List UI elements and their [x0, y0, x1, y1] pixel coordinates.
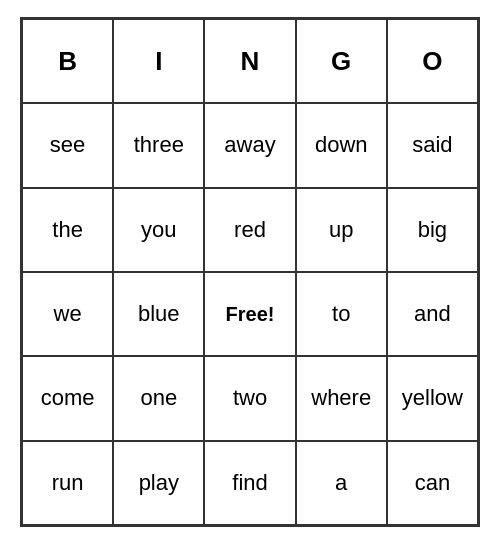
bingo-cell-4-3[interactable]: a — [296, 441, 387, 525]
bingo-cell-1-2[interactable]: red — [204, 188, 295, 272]
bingo-cell-3-1[interactable]: one — [113, 356, 204, 440]
bingo-cell-1-4[interactable]: big — [387, 188, 478, 272]
bingo-row-1: theyouredupbig — [22, 188, 478, 272]
bingo-cell-1-3[interactable]: up — [296, 188, 387, 272]
bingo-cell-2-1[interactable]: blue — [113, 272, 204, 356]
bingo-cell-1-0[interactable]: the — [22, 188, 113, 272]
bingo-header-row: BINGO — [22, 19, 478, 103]
bingo-cell-0-1[interactable]: three — [113, 103, 204, 187]
bingo-row-2: weblueFree!toand — [22, 272, 478, 356]
bingo-cell-1-1[interactable]: you — [113, 188, 204, 272]
bingo-card: BINGOseethreeawaydownsaidtheyouredupbigw… — [20, 17, 480, 527]
bingo-cell-0-2[interactable]: away — [204, 103, 295, 187]
bingo-cell-4-4[interactable]: can — [387, 441, 478, 525]
bingo-cell-0-3[interactable]: down — [296, 103, 387, 187]
bingo-cell-4-1[interactable]: play — [113, 441, 204, 525]
bingo-cell-3-3[interactable]: where — [296, 356, 387, 440]
bingo-cell-0-0[interactable]: see — [22, 103, 113, 187]
bingo-cell-2-4[interactable]: and — [387, 272, 478, 356]
header-cell-I: I — [113, 19, 204, 103]
bingo-cell-3-4[interactable]: yellow — [387, 356, 478, 440]
bingo-row-0: seethreeawaydownsaid — [22, 103, 478, 187]
bingo-cell-4-0[interactable]: run — [22, 441, 113, 525]
header-cell-O: O — [387, 19, 478, 103]
bingo-row-3: comeonetwowhereyellow — [22, 356, 478, 440]
bingo-cell-0-4[interactable]: said — [387, 103, 478, 187]
header-cell-N: N — [204, 19, 295, 103]
header-cell-B: B — [22, 19, 113, 103]
bingo-cell-2-3[interactable]: to — [296, 272, 387, 356]
header-cell-G: G — [296, 19, 387, 103]
bingo-cell-2-0[interactable]: we — [22, 272, 113, 356]
bingo-row-4: runplayfindacan — [22, 441, 478, 525]
bingo-cell-3-2[interactable]: two — [204, 356, 295, 440]
bingo-cell-2-2[interactable]: Free! — [204, 272, 295, 356]
bingo-cell-3-0[interactable]: come — [22, 356, 113, 440]
bingo-cell-4-2[interactable]: find — [204, 441, 295, 525]
